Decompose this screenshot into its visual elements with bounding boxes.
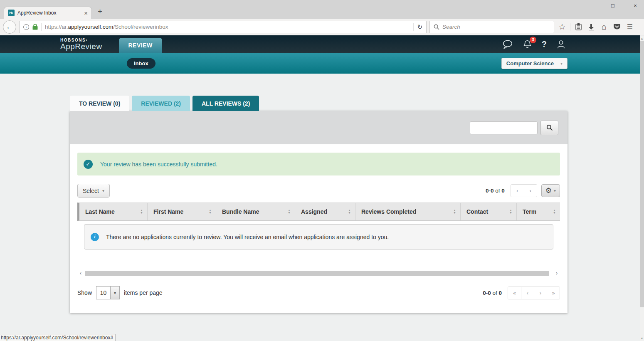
home-icon[interactable]: ⌂: [599, 21, 609, 33]
new-tab-button[interactable]: +: [98, 7, 102, 16]
grid-settings-button[interactable]: ⚙ ▾: [541, 184, 560, 197]
prev-page-button[interactable]: ‹: [511, 185, 524, 197]
page-content: TO REVIEW (0) REVIEWED (2) ALL REVIEWS (…: [0, 74, 644, 313]
chat-icon[interactable]: [502, 40, 513, 49]
inbox-panel: ✓ Your review has been successfully subm…: [70, 111, 568, 313]
notification-badge: 3: [530, 37, 536, 43]
sort-icon[interactable]: ▲▼: [509, 209, 512, 214]
next-page-button[interactable]: ›: [534, 287, 547, 299]
success-message: Your review has been successfully submit…: [100, 161, 217, 168]
sort-icon[interactable]: ▲▼: [453, 209, 456, 214]
url-separator: [41, 23, 42, 31]
page-info-icon[interactable]: i: [23, 24, 29, 30]
context-select-value: Computer Science: [506, 60, 554, 67]
sort-icon[interactable]: ▲▼: [348, 209, 351, 214]
select-dropdown-button[interactable]: Select ▾: [77, 184, 110, 198]
context-select[interactable]: Computer Science ▾: [501, 58, 568, 69]
tab-reviewed[interactable]: REVIEWED (2): [132, 96, 190, 111]
horizontal-scrollbar[interactable]: ‹ ›: [77, 270, 560, 277]
reload-icon[interactable]: ↻: [413, 23, 422, 31]
profile-icon[interactable]: [556, 40, 566, 49]
horizontal-scrollbar-thumb[interactable]: [85, 271, 549, 276]
browser-tab[interactable]: H› AppReview Inbox ×: [4, 7, 92, 19]
column-header-first-name[interactable]: First Name▲▼: [148, 203, 216, 220]
first-page-button[interactable]: «: [508, 287, 521, 299]
menu-icon[interactable]: ☰: [625, 21, 635, 33]
product-name: AppReview: [60, 42, 102, 51]
sort-icon[interactable]: ▲▼: [553, 209, 556, 214]
lock-icon: [32, 24, 38, 30]
subnav-item-inbox[interactable]: Inbox: [127, 58, 155, 69]
brand-logo: HOBSONS› AppReview: [60, 35, 102, 53]
scroll-left-icon[interactable]: ‹: [77, 271, 84, 276]
downloads-icon[interactable]: [586, 21, 596, 33]
column-header-assigned[interactable]: Assigned▲▼: [295, 203, 355, 220]
url-text: https://ar.applyyourself.com/School/revi…: [45, 24, 168, 30]
scroll-down-icon[interactable]: ▾: [641, 335, 643, 341]
appreview-favicon-icon: H›: [8, 10, 15, 16]
bottom-record-count: 0-0 of 0: [483, 290, 502, 296]
top-pager: ‹ ›: [511, 184, 537, 197]
browser-search-box[interactable]: [429, 21, 554, 33]
chevron-down-icon: ▾: [110, 287, 119, 299]
status-bar-link: https://ar.applyyourself.com/School/revi…: [0, 334, 116, 341]
close-button[interactable]: ×: [632, 2, 638, 9]
subnav-bar: Inbox Computer Science ▾: [0, 53, 644, 74]
url-bar[interactable]: i https://ar.applyyourself.com/School/re…: [19, 21, 427, 33]
notifications-bell-icon[interactable]: 3: [523, 40, 532, 49]
tab-all-reviews[interactable]: ALL REVIEWS (2): [192, 96, 259, 111]
help-icon[interactable]: ?: [542, 40, 547, 49]
brand-chevron-icon: ›: [86, 38, 88, 42]
next-page-button[interactable]: ›: [524, 185, 537, 197]
search-icon: [434, 24, 439, 30]
bookmark-star-icon[interactable]: ☆: [557, 21, 567, 33]
tab-close-icon[interactable]: ×: [84, 10, 88, 16]
empty-state-alert: i There are no applications currently to…: [84, 224, 553, 250]
vertical-scrollbar[interactable]: ▴ ▾: [640, 35, 644, 341]
chevron-down-icon: ▾: [554, 188, 556, 193]
sort-icon[interactable]: ▲▼: [209, 209, 212, 214]
top-record-count: 0-0 of 0: [486, 188, 505, 194]
items-per-page-select[interactable]: 10 ▾: [96, 286, 120, 299]
browser-toolbar: ← i https://ar.applyyourself.com/School/…: [0, 19, 644, 35]
sort-icon[interactable]: ▲▼: [288, 209, 291, 214]
panel-body: ✓ Your review has been successfully subm…: [70, 144, 568, 313]
items-per-page-value: 10: [96, 287, 110, 299]
last-page-button[interactable]: »: [547, 287, 560, 299]
scroll-up-icon[interactable]: ▴: [641, 35, 643, 41]
toolbar-separator: [570, 23, 570, 31]
library-icon[interactable]: [573, 21, 583, 33]
window-titlebar: H› AppReview Inbox × + — □ ×: [0, 0, 644, 19]
bottom-pager: « ‹ › »: [508, 287, 560, 299]
grid-toolbar: Select ▾ 0-0 of 0 ‹ › ⚙ ▾: [77, 184, 560, 198]
pocket-icon[interactable]: [612, 21, 622, 33]
column-header-reviews-completed[interactable]: Reviews Completed▲▼: [355, 203, 461, 220]
vertical-scrollbar-thumb[interactable]: [640, 41, 644, 307]
show-label: Show: [77, 289, 92, 296]
select-label: Select: [83, 188, 99, 194]
minimize-button[interactable]: —: [587, 2, 593, 9]
chevron-down-icon: ▾: [560, 61, 563, 66]
grid-search-input[interactable]: [470, 121, 538, 134]
app-header: HOBSONS› AppReview REVIEW 3 ?: [0, 35, 644, 53]
sort-icon[interactable]: ▲▼: [140, 209, 143, 214]
back-button[interactable]: ←: [3, 20, 16, 34]
column-header-last-name[interactable]: Last Name▲▼: [79, 203, 148, 220]
tab-title: AppReview Inbox: [17, 10, 81, 16]
nav-tab-review[interactable]: REVIEW: [119, 38, 162, 53]
maximize-button[interactable]: □: [610, 2, 616, 9]
panel-search-bar: [70, 111, 568, 144]
grid-search-button[interactable]: [540, 121, 558, 135]
success-alert: ✓ Your review has been successfully subm…: [77, 153, 560, 175]
prev-page-button[interactable]: ‹: [521, 287, 534, 299]
review-tabs: TO REVIEW (0) REVIEWED (2) ALL REVIEWS (…: [70, 96, 644, 111]
browser-search-input[interactable]: [442, 24, 550, 30]
grid-header-row: Last Name▲▼ First Name▲▼ Bundle Name▲▼ A…: [77, 203, 560, 221]
gear-icon: ⚙: [545, 187, 552, 194]
scroll-right-icon[interactable]: ›: [553, 271, 560, 276]
tab-to-review[interactable]: TO REVIEW (0): [70, 96, 129, 111]
check-circle-icon: ✓: [84, 160, 93, 169]
column-header-contact[interactable]: Contact▲▼: [461, 203, 517, 220]
column-header-bundle-name[interactable]: Bundle Name▲▼: [216, 203, 295, 220]
column-header-term[interactable]: Term▲▼: [517, 203, 560, 220]
